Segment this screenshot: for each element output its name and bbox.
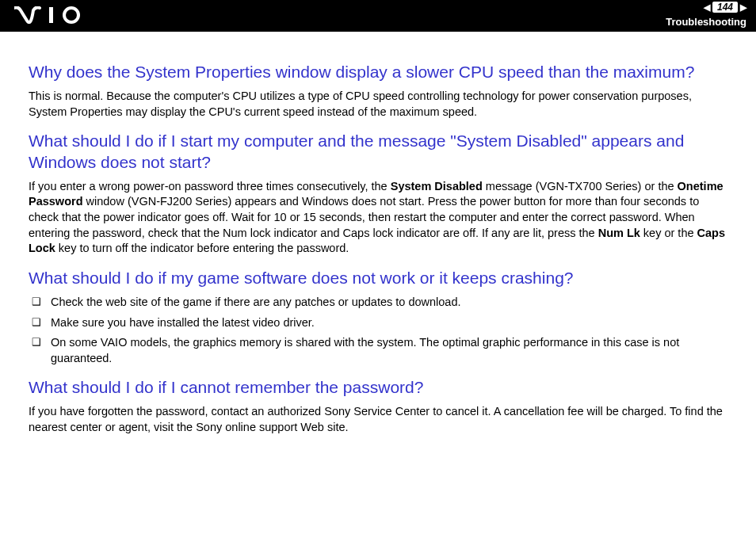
question-1-title: Why does the System Properties window di… xyxy=(29,62,727,82)
content-area: Why does the System Properties window di… xyxy=(0,32,756,452)
section-title: Troubleshooting xyxy=(666,16,746,28)
vaio-logo xyxy=(14,6,87,27)
svg-rect-0 xyxy=(49,7,53,23)
question-2-text: message (VGN-TX700 Series) or the xyxy=(483,180,678,193)
question-2-title: What should I do if I start my computer … xyxy=(29,131,727,173)
next-page-arrow[interactable]: ▶ xyxy=(740,2,746,13)
page-number: 144 xyxy=(712,2,738,13)
list-item: Make sure you have installed the latest … xyxy=(29,315,727,331)
question-4-title: What should I do if I cannot remember th… xyxy=(29,377,727,398)
question-2-body: If you enter a wrong power-on password t… xyxy=(29,179,727,257)
page-nav: ◀ 144 ▶ xyxy=(704,2,746,13)
question-3-title: What should I do if my game software doe… xyxy=(29,268,727,288)
question-2-bold: Num Lk xyxy=(598,227,640,239)
question-2-text: key to turn off the indicator before ent… xyxy=(55,242,349,254)
question-1-body: This is normal. Because the computer's C… xyxy=(29,89,727,120)
svg-point-1 xyxy=(64,8,78,22)
list-item: Check the web site of the game if there … xyxy=(29,295,727,311)
question-2-text: If you enter a wrong power-on password t… xyxy=(29,180,391,193)
question-3-list: Check the web site of the game if there … xyxy=(29,295,727,366)
list-item: On some VAIO models, the graphics memory… xyxy=(29,335,727,366)
prev-page-arrow[interactable]: ◀ xyxy=(704,2,710,13)
question-4-body: If you have forgotten the password, cont… xyxy=(29,404,727,435)
header-bar: ◀ 144 ▶ Troubleshooting xyxy=(0,0,756,32)
question-2-text: key or the xyxy=(640,227,697,239)
question-2-bold: System Disabled xyxy=(391,180,483,193)
